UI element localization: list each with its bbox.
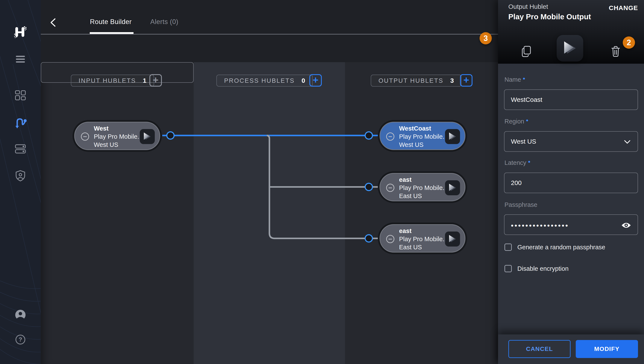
play-pro-app-icon bbox=[557, 35, 583, 62]
node-region: East US bbox=[399, 243, 448, 251]
name-field[interactable]: WestCoast bbox=[504, 90, 638, 110]
node-title: West bbox=[94, 124, 142, 132]
generate-passphrase-label: Generate a random passphrase bbox=[517, 244, 605, 251]
sidebar: ? bbox=[0, 0, 41, 364]
route-builder-app: ? Route Builder Alerts (0) NoStream bbox=[0, 0, 644, 364]
generate-passphrase-checkbox[interactable] bbox=[505, 244, 512, 251]
disable-encryption-label: Disable encryption bbox=[517, 265, 569, 272]
delete-icon[interactable] bbox=[609, 45, 622, 58]
show-passphrase-icon[interactable] bbox=[621, 222, 631, 228]
node-subtitle: Play Pro Mobile... bbox=[399, 235, 448, 243]
hublet-title: Play Pro Mobile Output bbox=[508, 12, 591, 21]
name-value: WestCoast bbox=[511, 96, 542, 103]
main-area: Route Builder Alerts (0) NoStream LATENC… bbox=[41, 0, 498, 364]
change-button[interactable]: CHANGE bbox=[609, 4, 638, 12]
passphrase-label: Passphrase bbox=[505, 201, 537, 208]
name-label: Name• bbox=[505, 76, 525, 83]
collapse-node-icon[interactable] bbox=[386, 132, 394, 141]
chevron-down-icon bbox=[624, 140, 630, 144]
hublet-node-output-east1[interactable]: east Play Pro Mobile... East US bbox=[379, 173, 465, 201]
help-icon[interactable]: ? bbox=[0, 334, 41, 345]
delete-count-badge: 2 bbox=[623, 36, 635, 49]
duplicate-icon[interactable] bbox=[520, 45, 533, 58]
collapse-node-icon[interactable] bbox=[386, 235, 394, 243]
tab-route-builder[interactable]: Route Builder bbox=[90, 18, 132, 26]
back-button[interactable] bbox=[49, 18, 57, 27]
port-output-east1[interactable] bbox=[365, 183, 372, 190]
node-title: east bbox=[399, 227, 448, 235]
panel-cancel-button[interactable]: CANCEL bbox=[508, 340, 571, 358]
required-marker: • bbox=[528, 158, 530, 166]
latency-field[interactable]: 200 bbox=[504, 172, 638, 193]
passphrase-field[interactable]: •••••••••••••••• bbox=[504, 214, 638, 235]
disable-encryption-row: Disable encryption bbox=[505, 265, 569, 272]
unsaved-changes-badge: 3 bbox=[480, 32, 492, 44]
disable-encryption-checkbox[interactable] bbox=[505, 265, 512, 272]
play-pro-icon bbox=[140, 129, 155, 144]
latency-field-label: Latency• bbox=[505, 159, 530, 166]
play-pro-icon bbox=[445, 129, 460, 144]
collapse-node-icon[interactable] bbox=[386, 184, 394, 192]
hublet-type-label: Output Hublet bbox=[508, 3, 548, 10]
port-output-westcoast[interactable] bbox=[365, 132, 372, 139]
modify-button[interactable]: MODIFY bbox=[576, 340, 638, 358]
app-logo bbox=[0, 26, 41, 38]
node-subtitle: Play Pro Mobile... bbox=[94, 132, 142, 141]
node-region: West US bbox=[399, 141, 448, 149]
region-value: West US bbox=[511, 138, 536, 145]
hublet-node-output-east2[interactable]: east Play Pro Mobile... East US bbox=[379, 224, 465, 252]
route-connections bbox=[41, 62, 498, 364]
sidebar-item-security[interactable] bbox=[0, 170, 41, 182]
generate-passphrase-row: Generate a random passphrase bbox=[505, 244, 605, 251]
hublet-detail-panel: Output Hublet Play Pro Mobile Output CHA… bbox=[498, 0, 644, 364]
node-region: East US bbox=[399, 192, 448, 200]
port-output-east2[interactable] bbox=[365, 235, 372, 242]
region-label: Region• bbox=[505, 118, 528, 125]
route-canvas: INPUT HUBLETS 1 + PROCESS HUBLETS 0 + OU… bbox=[41, 62, 498, 364]
collapse-node-icon[interactable] bbox=[81, 132, 89, 141]
sidebar-item-routes[interactable] bbox=[0, 117, 41, 129]
required-marker: • bbox=[523, 74, 525, 82]
required-marker: • bbox=[526, 116, 528, 124]
node-subtitle: Play Pro Mobile... bbox=[399, 132, 448, 141]
panel-footer: CANCEL MODIFY bbox=[498, 334, 644, 364]
play-pro-icon bbox=[445, 232, 460, 246]
sidebar-item-hubs[interactable] bbox=[0, 144, 41, 154]
node-region: West US bbox=[94, 141, 142, 149]
node-subtitle: Play Pro Mobile... bbox=[399, 184, 448, 192]
tab-alerts[interactable]: Alerts (0) bbox=[150, 18, 178, 26]
port-input-west[interactable] bbox=[167, 132, 174, 139]
svg-text:?: ? bbox=[19, 336, 22, 343]
avatar-icon[interactable] bbox=[0, 310, 41, 320]
node-title: east bbox=[399, 176, 448, 184]
hamburger-menu-icon[interactable] bbox=[0, 55, 41, 63]
hublet-node-output-westcoast[interactable]: WestCoast Play Pro Mobile... West US bbox=[379, 122, 465, 150]
hublet-node-input-west[interactable]: West Play Pro Mobile... West US bbox=[74, 122, 160, 150]
node-title: WestCoast bbox=[399, 124, 448, 132]
toolbar: NoStream LATENCY: Improved Reliability C… bbox=[41, 34, 498, 62]
sidebar-item-dashboard[interactable] bbox=[0, 90, 41, 101]
latency-field-value: 200 bbox=[511, 179, 522, 186]
play-pro-icon bbox=[445, 180, 460, 195]
panel-header: Output Hublet Play Pro Mobile Output CHA… bbox=[498, 0, 644, 64]
tab-bar: Route Builder Alerts (0) bbox=[41, 0, 498, 34]
active-tab-underline bbox=[90, 32, 133, 34]
region-select[interactable]: West US bbox=[504, 131, 638, 152]
